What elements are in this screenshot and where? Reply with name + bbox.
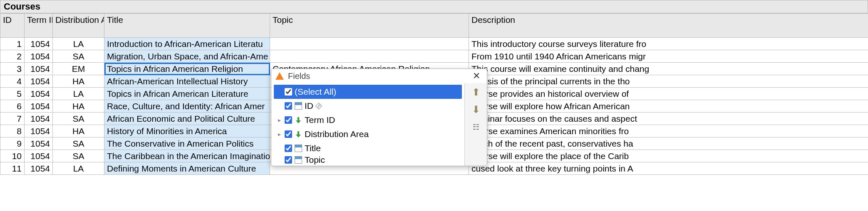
popup-title: Fields — [288, 71, 466, 81]
cell-term-id[interactable]: 1054 — [25, 125, 53, 137]
fields-popup: Fields ✕ (Select All) ID ⚿ ▸ Term ID — [271, 69, 487, 166]
cell-title[interactable]: History of Minorities in America — [104, 125, 270, 137]
cell-distribution-area[interactable]: HA — [53, 100, 104, 113]
cell-description[interactable]: This introductory course surveys literat… — [469, 38, 868, 50]
cell-topic[interactable] — [270, 50, 469, 63]
cell-description[interactable]: cused look at three key turning points i… — [469, 162, 868, 175]
cell-description[interactable]: This course will examine continuity and … — [469, 63, 868, 75]
cell-description[interactable]: course will explore the place of the Car… — [469, 150, 868, 162]
cell-distribution-area[interactable]: SA — [53, 150, 104, 162]
cell-term-id[interactable]: 1054 — [25, 50, 53, 63]
field-row-distribution-area[interactable]: ▸ Distribution Area — [274, 127, 462, 141]
field-label-distribution-area: Distribution Area — [305, 129, 369, 139]
checkbox-term-id[interactable] — [285, 116, 292, 124]
checkbox-distribution-area[interactable] — [285, 130, 292, 138]
cell-topic[interactable] — [270, 38, 469, 50]
cell-term-id[interactable]: 1054 — [25, 38, 53, 50]
column-header-title[interactable]: Title — [104, 14, 270, 38]
link-arrow-icon — [295, 130, 302, 138]
key-icon: ⚿ — [314, 101, 323, 110]
checkbox-select-all[interactable] — [285, 88, 292, 96]
checkbox-title[interactable] — [285, 145, 292, 152]
table-row[interactable]: 11054LAIntroduction to African-American … — [0, 38, 868, 50]
checkbox-id[interactable] — [285, 102, 292, 110]
cell-title[interactable]: Defining Moments in American Culture — [104, 162, 270, 175]
cell-description[interactable]: course will explore how African American — [469, 100, 868, 113]
cell-id[interactable]: 3 — [0, 63, 25, 75]
field-row-term-id[interactable]: ▸ Term ID — [274, 113, 462, 127]
link-arrow-icon — [295, 116, 302, 124]
close-icon[interactable]: ✕ — [470, 71, 483, 81]
cell-distribution-area[interactable]: LA — [53, 88, 104, 100]
column-header-id[interactable]: ID — [0, 14, 25, 38]
cell-term-id[interactable]: 1054 — [25, 63, 53, 75]
expand-icon[interactable]: ▸ — [276, 117, 282, 123]
cell-id[interactable]: 7 — [0, 113, 25, 125]
checkbox-topic[interactable] — [285, 156, 292, 164]
cell-term-id[interactable]: 1054 — [25, 113, 53, 125]
cell-term-id[interactable]: 1054 — [25, 88, 53, 100]
expand-icon[interactable]: ▸ — [276, 131, 282, 137]
cell-distribution-area[interactable]: LA — [53, 38, 104, 50]
cell-description[interactable]: much of the recent past, conservatives h… — [469, 137, 868, 150]
cell-distribution-area[interactable]: SA — [53, 50, 104, 63]
cell-title[interactable]: Topics in African American Religion — [104, 63, 270, 75]
cell-description[interactable]: From 1910 until 1940 African Americans m… — [469, 50, 868, 63]
field-label-id: ID — [305, 101, 313, 111]
move-down-icon[interactable]: ⬇ — [470, 104, 482, 115]
column-header-description[interactable]: Description — [469, 14, 868, 38]
popup-header: Fields ✕ — [271, 69, 487, 83]
move-up-icon[interactable]: ⬆ — [470, 86, 482, 98]
cell-description[interactable]: seminar focuses on the causes and aspect — [469, 113, 868, 125]
field-label-select-all: (Select All) — [295, 87, 336, 97]
field-label-term-id: Term ID — [305, 115, 335, 125]
panel-title: Courses — [0, 0, 868, 13]
app-triangle-icon — [275, 72, 284, 80]
cell-distribution-area[interactable]: LA — [53, 162, 104, 175]
cell-distribution-area[interactable]: SA — [53, 113, 104, 125]
cell-description[interactable]: nalysis of the principal currents in the… — [469, 75, 868, 88]
cell-id[interactable]: 6 — [0, 100, 25, 113]
cell-title[interactable]: Migration, Urban Space, and African-Ame — [104, 50, 270, 63]
field-row-title[interactable]: Title — [274, 141, 462, 155]
cell-id[interactable]: 1 — [0, 38, 25, 50]
column-icon — [295, 102, 302, 110]
cell-title[interactable]: The Conservative in American Politics — [104, 137, 270, 150]
cell-id[interactable]: 5 — [0, 88, 25, 100]
popup-side-tools: ⬆ ⬇ ☷ — [464, 83, 487, 166]
cell-term-id[interactable]: 1054 — [25, 150, 53, 162]
tree-view-icon[interactable]: ☷ — [470, 121, 482, 133]
field-row-select-all[interactable]: (Select All) — [274, 85, 462, 99]
cell-distribution-area[interactable]: SA — [53, 137, 104, 150]
cell-title[interactable]: African-American Intellectual History — [104, 75, 270, 88]
field-row-topic[interactable]: Topic — [274, 155, 462, 164]
cell-id[interactable]: 2 — [0, 50, 25, 63]
cell-id[interactable]: 4 — [0, 75, 25, 88]
table-row[interactable]: 21054SAMigration, Urban Space, and Afric… — [0, 50, 868, 63]
cell-title[interactable]: African Economic and Political Culture — [104, 113, 270, 125]
cell-description[interactable]: course examines American minorities fro — [469, 125, 868, 137]
cell-term-id[interactable]: 1054 — [25, 162, 53, 175]
cell-title[interactable]: Introduction to African-American Literat… — [104, 38, 270, 50]
column-header-term-id[interactable]: Term ID — [25, 14, 53, 38]
cell-id[interactable]: 8 — [0, 125, 25, 137]
cell-title[interactable]: Race, Culture, and Identity: African Ame… — [104, 100, 270, 113]
cell-id[interactable]: 9 — [0, 137, 25, 150]
column-header-topic[interactable]: Topic — [270, 14, 469, 38]
column-icon — [295, 156, 302, 164]
cell-title[interactable]: Topics in African American Literature — [104, 88, 270, 100]
cell-term-id[interactable]: 1054 — [25, 137, 53, 150]
cell-distribution-area[interactable]: EM — [53, 63, 104, 75]
field-label-title: Title — [305, 143, 321, 153]
cell-term-id[interactable]: 1054 — [25, 100, 53, 113]
cell-id[interactable]: 10 — [0, 150, 25, 162]
fields-list: (Select All) ID ⚿ ▸ Term ID ▸ Distributi… — [271, 83, 464, 166]
cell-term-id[interactable]: 1054 — [25, 75, 53, 88]
column-header-distribution-area[interactable]: Distribution Area — [53, 14, 104, 38]
cell-distribution-area[interactable]: HA — [53, 75, 104, 88]
field-row-id[interactable]: ID ⚿ — [274, 99, 462, 113]
cell-id[interactable]: 11 — [0, 162, 25, 175]
cell-distribution-area[interactable]: HA — [53, 125, 104, 137]
cell-description[interactable]: course provides an historical overview o… — [469, 88, 868, 100]
cell-title[interactable]: The Caribbean in the American Imaginatio — [104, 150, 270, 162]
